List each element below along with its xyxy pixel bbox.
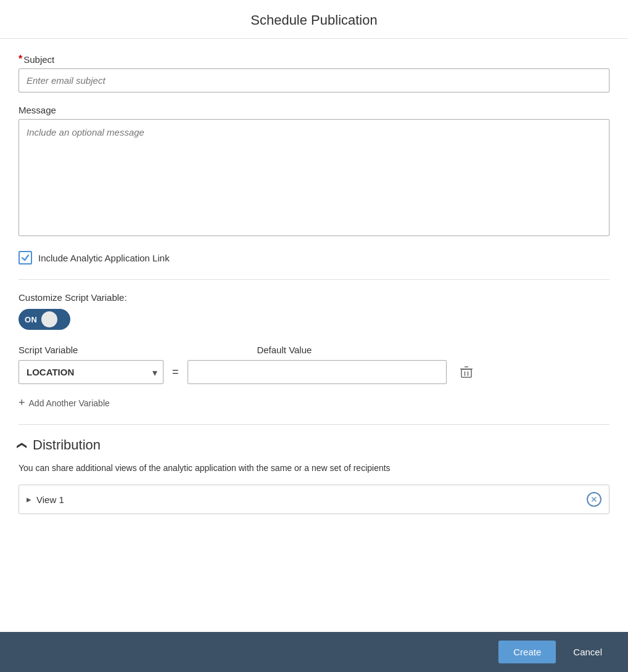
- svg-rect-0: [461, 369, 471, 377]
- modal-body: * Subject Message Include Analytic Appli…: [0, 39, 628, 632]
- default-value-input[interactable]: [188, 360, 447, 384]
- analytic-link-label: Include Analytic Application Link: [38, 253, 170, 263]
- section-separator-2: [19, 424, 609, 425]
- view-card-1: ▸ View 1 ✕: [19, 485, 609, 514]
- view-card-left: ▸ View 1: [27, 494, 64, 505]
- distribution-header: ❮ Distribution: [19, 437, 609, 453]
- equals-sign: =: [172, 366, 179, 379]
- script-variable-select-wrapper: LOCATION ▾: [19, 360, 163, 384]
- script-variable-row: LOCATION ▾ =: [19, 360, 609, 384]
- distribution-title: Distribution: [33, 437, 101, 453]
- script-var-header: Script Variable Default Value: [19, 345, 609, 355]
- analytic-link-row: Include Analytic Application Link: [19, 251, 609, 264]
- subject-group: * Subject: [19, 54, 609, 92]
- toggle-circle: [41, 311, 57, 327]
- modal-header: Schedule Publication: [0, 0, 628, 39]
- section-divider-1: [19, 279, 609, 280]
- message-group: Message: [19, 105, 609, 239]
- toggle-switch[interactable]: ON: [19, 309, 70, 330]
- modal-container: Schedule Publication * Subject Message: [0, 0, 628, 672]
- analytic-link-checkbox[interactable]: [19, 251, 32, 264]
- delete-variable-button[interactable]: [455, 361, 477, 383]
- distribution-description: You can share additional views of the an…: [19, 462, 609, 475]
- script-variable-section: Script Variable Default Value LOCATION ▾…: [19, 345, 609, 384]
- plus-icon: +: [19, 396, 25, 409]
- subject-label: * Subject: [19, 54, 609, 65]
- distribution-chevron-icon[interactable]: ❮: [17, 441, 28, 449]
- view-close-button[interactable]: ✕: [587, 492, 601, 507]
- toggle-on-text: ON: [25, 315, 38, 324]
- modal-footer: Create Cancel: [0, 632, 628, 672]
- modal-title: Schedule Publication: [250, 12, 377, 28]
- add-variable-link[interactable]: + Add Another Variable: [19, 396, 609, 409]
- create-button[interactable]: Create: [498, 641, 556, 663]
- script-variable-col-label: Script Variable: [19, 345, 78, 355]
- view-label: View 1: [36, 494, 64, 505]
- view-expand-icon[interactable]: ▸: [27, 494, 31, 505]
- message-label: Message: [19, 105, 609, 115]
- subject-input[interactable]: [19, 68, 609, 92]
- script-variable-select[interactable]: LOCATION: [19, 360, 163, 384]
- distribution-section: ❮ Distribution You can share additional …: [19, 437, 609, 514]
- customize-label: Customize Script Variable:: [19, 292, 609, 303]
- default-value-col-label: Default Value: [257, 345, 312, 355]
- message-input[interactable]: [19, 119, 609, 236]
- required-indicator: *: [19, 54, 22, 65]
- cancel-button[interactable]: Cancel: [562, 641, 613, 663]
- customize-script-variable-section: Customize Script Variable: ON: [19, 292, 609, 330]
- add-variable-label: Add Another Variable: [29, 398, 110, 408]
